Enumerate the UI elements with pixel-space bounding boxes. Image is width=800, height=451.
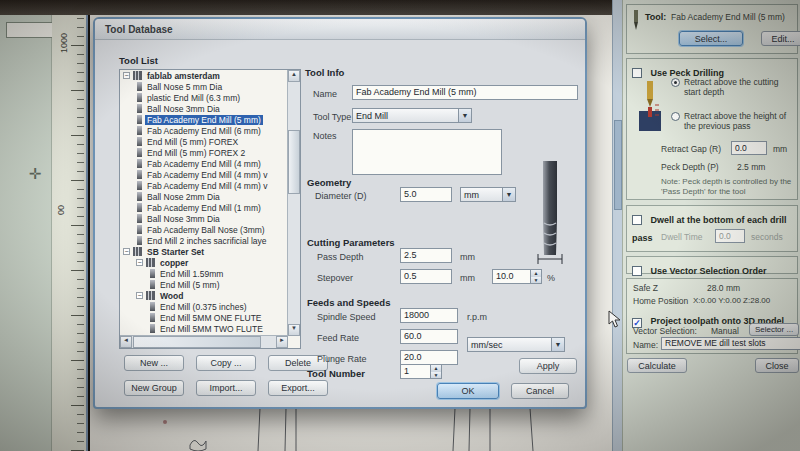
vector-order-checkbox[interactable] [632, 266, 642, 276]
tree-tool-row[interactable]: Fab Academy End Mill (4 mm) [120, 158, 288, 169]
spindle-speed-input[interactable]: 18000 [400, 308, 458, 323]
close-button[interactable]: Close [755, 358, 799, 373]
peck-depth-value: 2.5 mm [737, 162, 765, 172]
new-group-button[interactable]: New Group [124, 380, 184, 396]
scroll-up-icon[interactable]: ▲ [288, 70, 300, 82]
vector-selection-label: Vector Selection: [633, 326, 697, 336]
tool-bit-icon [137, 192, 142, 201]
rate-units-select[interactable]: mm/sec ▼ [467, 337, 565, 352]
tree-item-label: Ball Nose 3mm Dia [145, 104, 222, 114]
ok-button[interactable]: OK [437, 383, 499, 399]
tree-tool-row[interactable]: Ball Nose 5 mm Dia [120, 81, 288, 92]
collapse-icon[interactable]: − [123, 72, 130, 79]
canvas-scrollbar[interactable] [612, 0, 622, 451]
scroll-right-icon[interactable]: ► [276, 336, 288, 348]
tool-bit-icon [137, 126, 142, 135]
scroll-left-icon[interactable]: ◄ [120, 336, 132, 348]
tree-vertical-scrollbar[interactable]: ▲ ▼ [287, 70, 300, 336]
stepover-percent-stepper[interactable]: 10.0 ▲▼ [492, 269, 542, 284]
tool-bit-icon [150, 302, 155, 311]
dwell-time-input[interactable]: 0.0 [715, 229, 745, 243]
diameter-units-value: mm [461, 190, 502, 200]
tree-tool-row[interactable]: Ball Nose 3mm Dia [120, 213, 288, 224]
tool-type-select[interactable]: End Mill ▼ [352, 108, 472, 123]
tool-group-icon [146, 258, 155, 267]
spin-down-icon[interactable]: ▼ [431, 372, 441, 379]
stepover-input[interactable]: 0.5 [400, 269, 452, 284]
apply-button[interactable]: Apply [519, 358, 577, 374]
spindle-speed-label: Spindle Speed [317, 312, 376, 322]
notes-textarea[interactable] [352, 129, 502, 175]
tree-group-row[interactable]: −copper [120, 257, 288, 268]
tree-tool-row[interactable]: End Mill (5 mm) FOREX 2 [120, 147, 288, 158]
tree-tool-row[interactable]: End Mill 1.59mm [120, 268, 288, 279]
diameter-units-select[interactable]: mm ▼ [460, 187, 516, 202]
edit-tool-button[interactable]: Edit... [761, 31, 800, 46]
stepover-units: mm [460, 273, 475, 283]
copy-tool-button[interactable]: Copy ... [196, 355, 256, 371]
plunge-rate-input[interactable]: 20.0 [400, 350, 458, 365]
tree-tool-row[interactable]: Fab Academy End Mill (4 mm) v [120, 180, 288, 191]
select-tool-button[interactable]: Select... [679, 31, 743, 46]
tool-bit-icon [137, 170, 142, 179]
retract-start-depth-radio[interactable]: Retract above the cutting start depth [671, 77, 797, 97]
scroll-down-icon[interactable]: ▼ [288, 324, 300, 336]
tree-item-label: Fab Academy Ball Nose (3mm) [145, 225, 267, 235]
dialog-titlebar[interactable]: Tool Database [95, 19, 585, 40]
scrollbar-thumb[interactable] [614, 120, 622, 210]
tree-tool-row[interactable]: End Mill 5MM TWO FLUTE [120, 323, 288, 334]
toolpath-sidebar: Tool: Fab Academy End Mill (5 mm) Select… [622, 0, 800, 451]
tree-tool-row[interactable]: Ball Nose 2mm Dia [120, 191, 288, 202]
tree-tool-row[interactable]: End Mill (5 mm) [120, 279, 288, 290]
home-position-value: X:0.00 Y:0.00 Z:28.00 [693, 296, 770, 305]
tool-number-stepper[interactable]: 1 ▲▼ [400, 364, 442, 379]
window-top-edge [0, 0, 614, 15]
tree-tool-row[interactable]: Ball Nose 3mm Dia [120, 103, 288, 114]
cancel-button[interactable]: Cancel [511, 383, 569, 399]
dwell-time-units: seconds [751, 232, 783, 242]
calculate-button[interactable]: Calculate [627, 358, 687, 373]
retract-previous-pass-radio[interactable]: Retract above the height of the previous… [671, 111, 797, 131]
collapse-icon[interactable]: − [123, 248, 130, 255]
tree-group-row[interactable]: −fablab amsterdam [120, 70, 288, 81]
scrollbar-thumb[interactable] [133, 336, 261, 348]
tree-item-label: Ball Nose 5 mm Dia [145, 82, 224, 92]
collapse-icon[interactable]: − [136, 259, 143, 266]
retract-gap-input[interactable]: 0.0 [731, 141, 767, 155]
tree-horizontal-scrollbar[interactable]: ◄ ► [120, 335, 288, 348]
scrollbar-thumb[interactable] [288, 130, 300, 194]
new-tool-button[interactable]: New ... [124, 355, 184, 371]
tree-tool-row[interactable]: Fab Academy End Mill (5 mm) [120, 114, 288, 125]
selector-button[interactable]: Selector ... [749, 323, 799, 336]
collapse-icon[interactable]: − [136, 292, 143, 299]
dwell-checkbox[interactable] [632, 215, 642, 225]
tree-tool-row[interactable]: End Mill (0.375 inches) [120, 301, 288, 312]
use-peck-drilling-checkbox[interactable] [632, 68, 642, 78]
end-mill-image [532, 159, 568, 269]
import-button[interactable]: Import... [196, 380, 256, 396]
tool-bit-icon [137, 104, 142, 113]
tool-name-input[interactable]: Fab Academy End Mill (5 mm) [352, 85, 578, 100]
crosshair-icon[interactable]: ✛ [26, 165, 44, 183]
tree-tool-row[interactable]: Fab Academy Ball Nose (3mm) [120, 224, 288, 235]
tree-tool-row[interactable]: End Mill (5 mm) FOREX [120, 136, 288, 147]
pass-depth-input[interactable]: 2.5 [400, 248, 452, 263]
tree-tool-row[interactable]: Fab Academy End Mill (4 mm) v [120, 169, 288, 180]
tool-type-label: Tool Type [313, 112, 351, 122]
tree-tool-row[interactable]: Fab Academy End Mill (6 mm) [120, 125, 288, 136]
feed-rate-input[interactable]: 60.0 [400, 329, 458, 344]
tool-label: Tool: [645, 12, 666, 22]
vector-order-section: Use Vector Selection Order [626, 256, 798, 274]
tree-group-row[interactable]: −Wood [120, 290, 288, 301]
tree-tool-row[interactable]: End Mill 5MM ONE FLUTE [120, 312, 288, 323]
mouse-cursor [608, 310, 622, 328]
tree-tool-row[interactable]: End Mill 2 inches sacrificial laye [120, 235, 288, 246]
tree-group-row[interactable]: −SB Starter Set [120, 246, 288, 257]
tool-bit-icon [137, 115, 142, 124]
tree-tool-row[interactable]: plastic End Mill (6.3 mm) [120, 92, 288, 103]
export-button[interactable]: Export... [268, 380, 328, 396]
diameter-input[interactable]: 5.0 [400, 187, 452, 202]
tree-tool-row[interactable]: Fab Academy End Mill (1 mm) [120, 202, 288, 213]
toolpath-name-input[interactable]: REMOVE ME dill test slots [661, 337, 800, 350]
spin-down-icon[interactable]: ▼ [531, 277, 541, 284]
